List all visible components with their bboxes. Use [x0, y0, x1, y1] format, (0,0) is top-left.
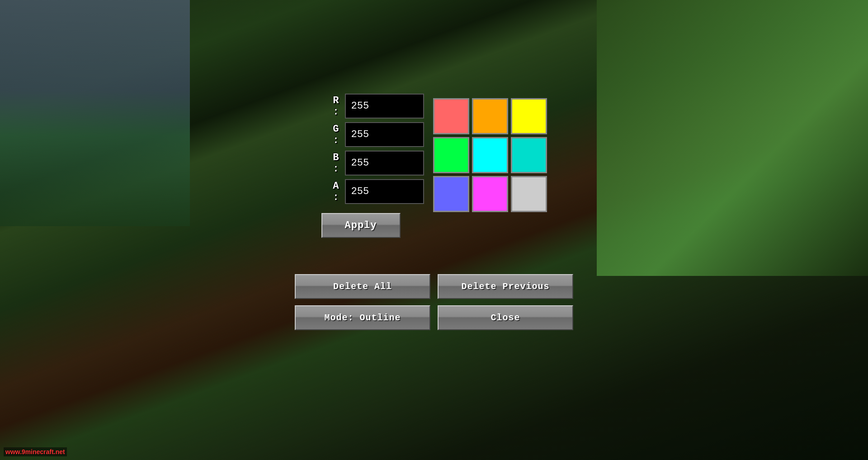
- rgba-inputs: R : G : B : A :: [321, 94, 424, 238]
- b-input[interactable]: [345, 151, 424, 175]
- watermark: www.9minecraft.net: [4, 447, 67, 456]
- r-input[interactable]: [345, 94, 424, 119]
- apply-button[interactable]: Apply: [321, 213, 401, 238]
- bottom-row-1: Delete All Delete Previous: [295, 274, 573, 299]
- color-picker-panel: R : G : B : A :: [295, 94, 573, 330]
- apply-button-row: Apply: [321, 213, 401, 238]
- a-label: A :: [321, 180, 340, 203]
- delete-all-button[interactable]: Delete All: [295, 274, 430, 299]
- mode-outline-button[interactable]: Mode: Outline: [295, 305, 430, 330]
- r-label: R :: [321, 95, 340, 118]
- bottom-buttons: Delete All Delete Previous Mode: Outline…: [295, 274, 573, 330]
- g-input[interactable]: [345, 122, 424, 147]
- delete-previous-button[interactable]: Delete Previous: [438, 274, 573, 299]
- a-input[interactable]: [345, 179, 424, 204]
- cyan-swatch[interactable]: [472, 137, 508, 173]
- color-controls: R : G : B : A :: [321, 94, 547, 238]
- red-swatch[interactable]: [433, 98, 469, 134]
- color-swatches: [433, 98, 547, 212]
- a-input-row: A :: [321, 179, 424, 204]
- close-button[interactable]: Close: [438, 305, 573, 330]
- magenta-swatch[interactable]: [472, 176, 508, 212]
- b-input-row: B :: [321, 151, 424, 175]
- g-label: G :: [321, 123, 340, 146]
- teal-swatch[interactable]: [511, 137, 547, 173]
- gray-swatch[interactable]: [511, 176, 547, 212]
- bottom-row-2: Mode: Outline Close: [295, 305, 573, 330]
- b-label: B :: [321, 152, 340, 175]
- yellow-swatch[interactable]: [511, 98, 547, 134]
- green-swatch[interactable]: [433, 137, 469, 173]
- r-input-row: R :: [321, 94, 424, 119]
- orange-swatch[interactable]: [472, 98, 508, 134]
- g-input-row: G :: [321, 122, 424, 147]
- blue-swatch[interactable]: [433, 176, 469, 212]
